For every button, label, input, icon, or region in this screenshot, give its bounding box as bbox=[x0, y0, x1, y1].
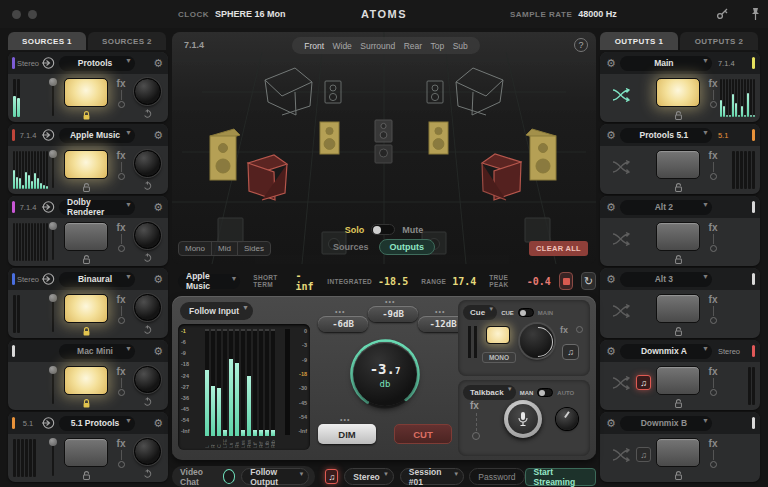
view-front[interactable]: Front bbox=[304, 41, 324, 51]
solo-mute-toggle[interactable] bbox=[371, 224, 395, 235]
output-pad-button[interactable] bbox=[656, 222, 700, 251]
tab-outputs-2[interactable]: OUTPUTS 2 bbox=[680, 32, 758, 50]
cue-fx-label[interactable]: fx bbox=[560, 325, 568, 335]
downmix-note-icon[interactable]: ♫ bbox=[636, 447, 651, 462]
source-fx[interactable]: fx bbox=[114, 366, 128, 396]
source-fx[interactable]: fx bbox=[114, 78, 128, 108]
speaker-visualizer[interactable]: 7.1.4 Front Wide Surround Rear Top Sub ?… bbox=[172, 32, 596, 264]
talkback-mic-button[interactable] bbox=[504, 400, 542, 438]
output-fx[interactable]: fx bbox=[706, 366, 720, 396]
output-name-select[interactable]: Main▼ bbox=[620, 56, 712, 71]
source-lock[interactable] bbox=[64, 470, 108, 481]
source-fader[interactable] bbox=[48, 366, 58, 406]
cue-level-knob[interactable] bbox=[520, 324, 554, 358]
gear-icon[interactable]: ⚙ bbox=[153, 274, 163, 285]
source-fader[interactable] bbox=[48, 222, 58, 262]
source-fader[interactable] bbox=[48, 150, 58, 190]
gear-icon[interactable]: ⚙ bbox=[153, 346, 163, 357]
solo-label[interactable]: Solo bbox=[345, 225, 365, 235]
crossfeed-icon[interactable] bbox=[612, 448, 630, 462]
output-lock[interactable] bbox=[656, 326, 700, 337]
sources-layer-button[interactable]: Sources bbox=[333, 242, 369, 252]
pin-icon[interactable] bbox=[750, 7, 761, 21]
input-routing-icon[interactable] bbox=[41, 128, 55, 142]
session-select[interactable]: Session #01▼ bbox=[400, 468, 464, 485]
gear-icon[interactable]: ⚙ bbox=[606, 130, 616, 141]
output-lock[interactable] bbox=[656, 110, 700, 121]
talkback-level-knob[interactable] bbox=[556, 408, 578, 430]
source-fader[interactable] bbox=[48, 78, 58, 118]
source-fader[interactable] bbox=[48, 294, 58, 334]
source-pad-button[interactable] bbox=[64, 438, 108, 467]
input-routing-icon[interactable] bbox=[41, 56, 55, 70]
source-pad-button[interactable] bbox=[64, 78, 108, 107]
source-name-select[interactable]: 5.1 Protools▼ bbox=[59, 416, 135, 431]
gear-icon[interactable]: ⚙ bbox=[606, 418, 616, 429]
output-name-select[interactable]: Protools 5.1▼ bbox=[620, 128, 712, 143]
talkback-select[interactable]: Talkback▼ bbox=[463, 385, 516, 400]
cue-fx-bypass-icon[interactable] bbox=[576, 326, 583, 333]
gear-icon[interactable]: ⚙ bbox=[153, 202, 163, 213]
tab-outputs-1[interactable]: OUTPUTS 1 bbox=[600, 32, 678, 50]
source-lock[interactable] bbox=[64, 398, 108, 409]
output-lock[interactable] bbox=[656, 470, 700, 481]
power-icon[interactable] bbox=[143, 469, 152, 478]
source-name-select[interactable]: Protools▼ bbox=[59, 56, 135, 71]
power-icon[interactable] bbox=[143, 181, 152, 190]
output-pad-button[interactable] bbox=[656, 78, 700, 107]
output-name-select[interactable]: Downmix B▼ bbox=[620, 416, 712, 431]
talkback-fx-bypass-icon[interactable] bbox=[472, 432, 480, 440]
input-routing-icon[interactable] bbox=[41, 200, 55, 214]
gear-icon[interactable]: ⚙ bbox=[606, 274, 616, 285]
main-level-knob[interactable]: -3.7 db bbox=[349, 338, 421, 410]
output-pad-button[interactable] bbox=[656, 438, 700, 467]
tab-sources-2[interactable]: SOURCES 2 bbox=[88, 32, 166, 50]
outputs-layer-button[interactable]: Outputs bbox=[379, 239, 436, 255]
source-fx[interactable]: fx bbox=[114, 438, 128, 468]
source-name-select[interactable]: Binaural▼ bbox=[59, 272, 135, 287]
trim-6db-button[interactable]: -6dB bbox=[318, 316, 368, 332]
source-level-knob[interactable] bbox=[134, 294, 161, 321]
source-name-select[interactable]: Dolby Renderer▼ bbox=[59, 200, 135, 215]
source-lock[interactable] bbox=[64, 182, 108, 193]
video-chat-toggle[interactable] bbox=[223, 469, 235, 484]
view-sub[interactable]: Sub bbox=[453, 41, 468, 51]
source-fx[interactable]: fx bbox=[114, 150, 128, 180]
source-level-knob[interactable] bbox=[134, 78, 161, 105]
view-wide[interactable]: Wide bbox=[332, 41, 351, 51]
source-lock[interactable] bbox=[64, 110, 108, 121]
crossfeed-icon[interactable] bbox=[612, 88, 630, 102]
input-routing-icon[interactable] bbox=[41, 416, 55, 430]
output-lock[interactable] bbox=[656, 182, 700, 193]
output-name-select[interactable]: Alt 3▼ bbox=[620, 272, 712, 287]
trim-9db-button[interactable]: -9dB bbox=[368, 306, 418, 322]
source-level-knob[interactable] bbox=[134, 150, 161, 177]
output-name-select[interactable]: Alt 2▼ bbox=[620, 200, 712, 215]
mute-label[interactable]: Mute bbox=[402, 225, 423, 235]
power-icon[interactable] bbox=[143, 109, 152, 118]
loudness-reset-button[interactable]: ↻ bbox=[581, 272, 596, 290]
source-pad-button[interactable] bbox=[64, 222, 108, 251]
source-lock[interactable] bbox=[64, 326, 108, 337]
cue-mono-button[interactable]: MONO bbox=[482, 352, 516, 363]
output-fx[interactable]: fx bbox=[706, 222, 720, 252]
dim-button[interactable]: DIM bbox=[318, 424, 376, 444]
source-pad-button[interactable] bbox=[64, 150, 108, 179]
key-icon[interactable] bbox=[716, 7, 729, 20]
loudness-source-select[interactable]: Apple Music▼ bbox=[178, 274, 240, 289]
output-pad-button[interactable] bbox=[656, 150, 700, 179]
output-fx[interactable]: fx bbox=[706, 150, 720, 180]
source-name-select[interactable]: Apple Music▼ bbox=[59, 128, 135, 143]
source-name-select[interactable]: Mac Mini▼ bbox=[59, 344, 135, 359]
source-level-knob[interactable] bbox=[134, 438, 161, 465]
cue-pad-button[interactable] bbox=[486, 326, 510, 344]
password-input[interactable]: Password bbox=[469, 468, 524, 485]
source-lock[interactable] bbox=[64, 254, 108, 265]
gear-icon[interactable]: ⚙ bbox=[153, 418, 163, 429]
source-level-knob[interactable] bbox=[134, 366, 161, 393]
view-rear[interactable]: Rear bbox=[404, 41, 422, 51]
source-fx[interactable]: fx bbox=[114, 222, 128, 252]
cue-main-switch[interactable] bbox=[518, 308, 534, 317]
talkback-fx-label[interactable]: fx bbox=[470, 400, 479, 411]
gear-icon[interactable]: ⚙ bbox=[153, 130, 163, 141]
